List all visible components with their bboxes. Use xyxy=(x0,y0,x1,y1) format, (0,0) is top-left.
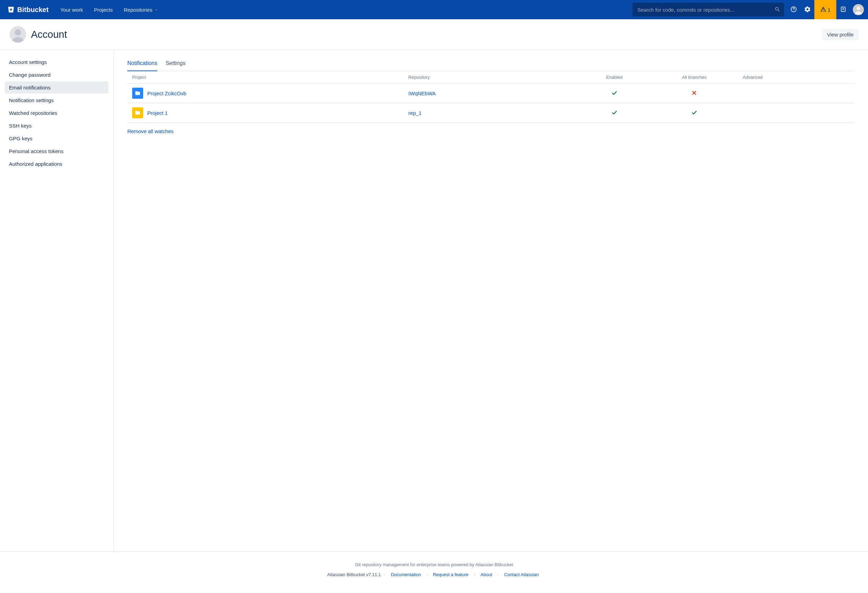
remove-all-watches-link[interactable]: Remove all watches xyxy=(127,128,173,134)
sidebar-item-personal-access-tokens[interactable]: Personal access tokens xyxy=(5,145,108,157)
brand[interactable]: Bitbucket xyxy=(4,3,51,16)
tab-notifications[interactable]: Notifications xyxy=(127,58,157,71)
page-header: Account View profile xyxy=(0,19,868,50)
col-repository: Repository xyxy=(404,71,578,84)
sidebar-item-authorized-applications[interactable]: Authorized applications xyxy=(5,158,108,170)
body: Account settingsChange passwordEmail not… xyxy=(0,50,868,551)
footer-documentation-link[interactable]: Documentation xyxy=(391,572,421,577)
advanced-cell xyxy=(738,103,854,123)
sidebar-item-gpg-keys[interactable]: GPG keys xyxy=(5,132,108,144)
project-cell: Project 1 xyxy=(132,107,399,118)
footer-version: Atlassian Bitbucket v7.11.1 xyxy=(327,572,381,577)
svg-point-1 xyxy=(793,10,794,11)
nav-projects[interactable]: Projects xyxy=(89,4,117,15)
svg-point-7 xyxy=(15,29,21,35)
sidebar-item-account-settings[interactable]: Account settings xyxy=(5,56,108,68)
tab-settings[interactable]: Settings xyxy=(165,58,186,71)
page-title: Account xyxy=(31,29,67,40)
watches-table: Project Repository Enabled All branches … xyxy=(127,71,854,123)
tabs: Notifications Settings xyxy=(127,58,854,71)
top-nav-left: Bitbucket Your work Projects Repositorie… xyxy=(4,3,163,16)
brand-text: Bitbucket xyxy=(17,6,49,14)
nav-repositories[interactable]: Repositories xyxy=(119,4,162,15)
main-content: Notifications Settings Project Repositor… xyxy=(114,50,868,551)
folder-icon xyxy=(132,88,143,99)
settings-button[interactable] xyxy=(800,3,814,16)
footer-links: Atlassian Bitbucket v7.11.1 · Documentat… xyxy=(7,572,861,577)
sidebar-item-change-password[interactable]: Change password xyxy=(5,69,108,81)
footer-tagline: Git repository management for enterprise… xyxy=(7,562,861,567)
search-icon xyxy=(774,6,781,13)
gear-icon xyxy=(804,6,811,14)
folder-icon xyxy=(132,107,143,118)
svg-point-6 xyxy=(857,7,860,10)
sidebar-item-email-notifications[interactable]: Email notifications xyxy=(5,81,108,94)
search-box[interactable] xyxy=(633,3,784,16)
advanced-cell xyxy=(738,84,854,103)
search-input[interactable] xyxy=(638,7,774,13)
sidebar-item-watched-repositories[interactable]: Watched repositories xyxy=(5,107,108,119)
project-cell: Project ZcikcOvb xyxy=(132,88,399,99)
help-icon xyxy=(790,6,797,14)
col-project: Project xyxy=(127,71,404,84)
footer-contact-link[interactable]: Contact Atlassian xyxy=(504,572,539,577)
repository-link[interactable]: IWqNEbWA xyxy=(409,90,436,96)
col-all-branches: All branches xyxy=(651,71,738,84)
alert-button[interactable]: 1 xyxy=(814,0,836,19)
sidebar: Account settingsChange passwordEmail not… xyxy=(0,50,114,551)
nav-your-work-label: Your work xyxy=(60,7,83,13)
nav-projects-label: Projects xyxy=(94,7,112,13)
cross-icon xyxy=(691,91,697,97)
col-advanced: Advanced xyxy=(738,71,854,84)
whats-new-button[interactable] xyxy=(836,3,850,16)
project-link[interactable]: Project 1 xyxy=(147,110,168,116)
footer-about-link[interactable]: About xyxy=(480,572,492,577)
top-nav: Bitbucket Your work Projects Repositorie… xyxy=(0,0,868,19)
bitbucket-logo-icon xyxy=(7,6,15,14)
nav-your-work[interactable]: Your work xyxy=(55,4,88,15)
help-button[interactable] xyxy=(787,3,800,16)
check-icon xyxy=(691,111,697,116)
sidebar-item-notification-settings[interactable]: Notification settings xyxy=(5,94,108,106)
project-link[interactable]: Project ZcikcOvb xyxy=(147,90,186,96)
account-avatar xyxy=(10,26,26,43)
col-enabled: Enabled xyxy=(578,71,651,84)
check-icon xyxy=(611,91,617,97)
alert-count: 1 xyxy=(828,7,831,13)
footer: Git repository management for enterprise… xyxy=(0,551,868,591)
user-avatar-button[interactable] xyxy=(853,4,864,15)
nav-repositories-label: Repositories xyxy=(124,7,152,13)
table-row: Project ZcikcOvbIWqNEbWA xyxy=(127,84,854,103)
sidebar-item-ssh-keys[interactable]: SSH keys xyxy=(5,120,108,132)
warning-icon xyxy=(820,6,826,13)
check-icon xyxy=(611,111,617,116)
clipboard-icon xyxy=(840,6,847,14)
footer-request-feature-link[interactable]: Request a feature xyxy=(433,572,468,577)
chevron-down-icon xyxy=(155,7,158,13)
repository-link[interactable]: rep_1 xyxy=(409,110,422,116)
view-profile-button[interactable]: View profile xyxy=(822,29,858,40)
table-row: Project 1rep_1 xyxy=(127,103,854,123)
